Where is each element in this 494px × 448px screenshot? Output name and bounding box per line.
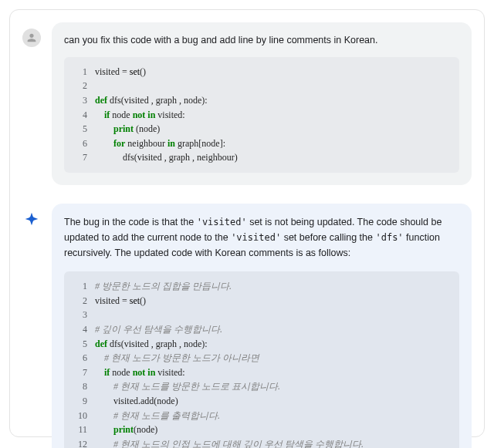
code-line: 1visited = set()	[70, 65, 450, 79]
code-content: print (node)	[95, 122, 160, 136]
code-line: 1# 방문한 노드의 집합을 만듭니다.	[70, 279, 450, 294]
code-content: visited = set()	[95, 65, 146, 79]
code-content: # 현재 노드를 방문한 노드로 표시합니다.	[95, 379, 280, 394]
line-number: 9	[70, 394, 87, 409]
code-content: if node not in visited:	[95, 108, 185, 123]
ai-text-a: The bug in the code is that the	[64, 217, 197, 227]
code-content: visited = set()	[95, 294, 146, 308]
code-content: # 현재 노드의 인접 노드에 대해 깊이 우선 탐색을 수행합니다.	[95, 437, 364, 448]
ai-response-text: The bug in the code is that the 'visited…	[64, 214, 459, 261]
code-content: dfs(visited , graph , neighbour)	[95, 150, 238, 165]
line-number: 5	[70, 337, 87, 352]
line-number: 6	[70, 136, 87, 151]
code-content: # 현재 노드가 방문한 노드가 아니라면	[95, 351, 259, 365]
code-content: def dfs(visited , graph , node):	[95, 93, 208, 108]
line-number: 5	[70, 122, 87, 136]
code-line: 6 for neighbour in graph[node]:	[70, 136, 450, 151]
line-number: 10	[70, 409, 87, 423]
code-content: if node not in visited:	[95, 365, 185, 380]
code-line: 5 print (node)	[70, 122, 450, 136]
line-number: 8	[70, 379, 87, 394]
code-line: 11 print(node)	[70, 423, 450, 437]
code-line: 3def dfs(visited , graph , node):	[70, 93, 450, 108]
code-line: 7 dfs(visited , graph , neighbour)	[70, 150, 450, 165]
code-line: 4# 깊이 우선 탐색을 수행합니다.	[70, 322, 450, 337]
code-line: 3	[70, 308, 450, 322]
code-content: # 방문한 노드의 집합을 만듭니다.	[95, 279, 232, 294]
line-number: 1	[70, 65, 87, 79]
ai-text-e: set before calling the	[281, 232, 375, 243]
code-line: 9 visited.add(node)	[70, 394, 450, 409]
line-number: 2	[70, 294, 87, 308]
line-number: 7	[70, 365, 87, 380]
code-line: 8 # 현재 노드를 방문한 노드로 표시합니다.	[70, 379, 450, 394]
code-content: for neighbour in graph[node]:	[95, 136, 225, 151]
code-line: 6 # 현재 노드가 방문한 노드가 아니라면	[70, 351, 450, 365]
user-code-block: 1visited = set()23def dfs(visited , grap…	[64, 57, 459, 173]
code-line: 7 if node not in visited:	[70, 365, 450, 380]
user-bubble: can you fix this code with a bug and add…	[52, 22, 472, 185]
code-content: # 깊이 우선 탐색을 수행합니다.	[95, 322, 222, 337]
line-number: 4	[70, 108, 87, 123]
line-number: 2	[70, 79, 87, 93]
ai-code-block: 1# 방문한 노드의 집합을 만듭니다.2visited = set()34# …	[64, 271, 459, 448]
ai-code-inline-2: 'visited'	[231, 232, 281, 243]
code-content: print(node)	[95, 423, 157, 437]
line-number: 7	[70, 150, 87, 165]
line-number: 6	[70, 351, 87, 365]
line-number: 12	[70, 437, 87, 448]
code-line: 2	[70, 79, 450, 93]
line-number: 11	[70, 423, 87, 437]
code-line: 4 if node not in visited:	[70, 108, 450, 123]
code-line: 12 # 현재 노드의 인접 노드에 대해 깊이 우선 탐색을 수행합니다.	[70, 437, 450, 448]
ai-avatar-icon	[22, 210, 41, 228]
ai-code-inline-3: 'dfs'	[375, 232, 403, 243]
line-number: 3	[70, 308, 87, 322]
ai-message: The bug in the code is that the 'visited…	[22, 204, 472, 448]
line-number: 3	[70, 93, 87, 108]
code-line: 10 # 현재 노드를 출력합니다.	[70, 409, 450, 423]
conversation-frame: can you fix this code with a bug and add…	[9, 9, 485, 437]
ai-bubble: The bug in the code is that the 'visited…	[52, 204, 472, 448]
user-message: can you fix this code with a bug and add…	[22, 22, 472, 185]
code-content: def dfs(visited , graph , node):	[95, 337, 208, 352]
user-avatar-icon	[22, 29, 41, 47]
line-number: 1	[70, 279, 87, 294]
line-number: 4	[70, 322, 87, 337]
user-prompt-text: can you fix this code with a bug and add…	[64, 33, 459, 48]
code-line: 2visited = set()	[70, 294, 450, 308]
code-line: 5def dfs(visited , graph , node):	[70, 337, 450, 352]
code-content: # 현재 노드를 출력합니다.	[95, 409, 220, 423]
ai-code-inline-1: 'visited'	[197, 217, 247, 227]
code-content: visited.add(node)	[95, 394, 178, 409]
